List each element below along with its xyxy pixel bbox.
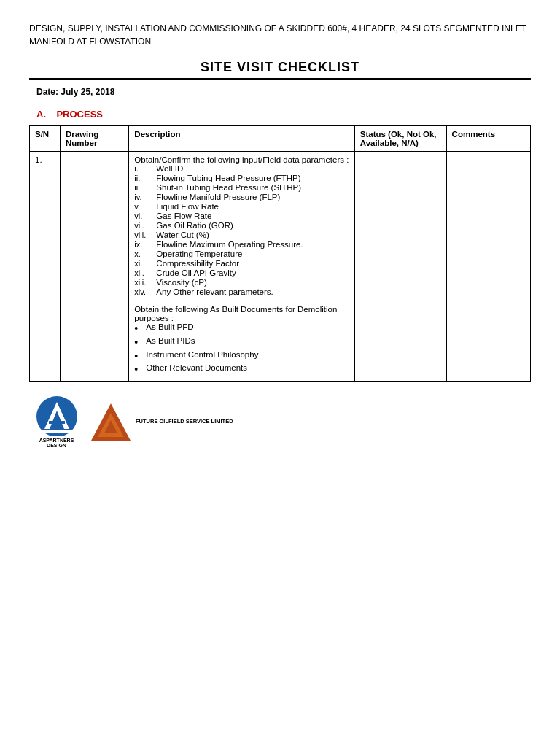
future-text: FUTURE OILFIELD SERVICE LIMITED: [136, 418, 233, 426]
cell-status-1: [354, 152, 446, 301]
cell-sn-2: [30, 301, 61, 382]
col-header-sn: S/N: [30, 126, 61, 152]
col-header-drawing: DrawingNumber: [60, 126, 128, 152]
aspartners-text: ASPARTNERSDESIGN: [39, 438, 74, 448]
list-item: iv.Flowline Manifold Pressure (FLP): [134, 193, 349, 201]
svg-rect-2: [49, 421, 65, 424]
aspartners-logo-icon: [31, 396, 82, 436]
date-label: Date:: [36, 87, 58, 97]
date-value: July 25, 2018: [61, 87, 114, 97]
header-title: DESIGN, SUPPLY, INSTALLATION AND COMMISS…: [29, 22, 531, 48]
section-a-header: A. PROCESS: [36, 109, 531, 120]
table-row: 1. Obtain/Confirm the following input/Fi…: [30, 152, 531, 301]
list-item: xii.Crude Oil API Gravity: [134, 268, 349, 277]
checklist-table: S/N DrawingNumber Description Status (Ok…: [29, 125, 531, 382]
cell-comments-1: [446, 152, 530, 301]
list-item: ix.Flowline Maximum Operating Pressure.: [134, 240, 349, 249]
section-a-label: A.: [36, 109, 46, 120]
cell-desc-1: Obtain/Confirm the following input/Field…: [129, 152, 354, 301]
list-item: xi.Compressibility Factor: [134, 259, 349, 268]
svg-rect-3: [37, 430, 77, 433]
list-item: v.Liquid Flow Rate: [134, 202, 349, 211]
section-a-title: PROCESS: [56, 109, 103, 120]
cell-drawing-1: [60, 152, 128, 301]
cell-comments-2: [446, 301, 530, 382]
list-item: x.Operating Temperature: [134, 249, 349, 258]
future-logo: FUTURE OILFIELD SERVICE LIMITED: [91, 402, 233, 442]
title-divider: [29, 78, 531, 80]
aspartners-logo: ASPARTNERSDESIGN: [29, 396, 84, 448]
desc-intro-1: Obtain/Confirm the following input/Field…: [134, 155, 349, 164]
col-header-description: Description: [129, 126, 354, 152]
list-item: xiii.Viscosity (cP): [134, 278, 349, 287]
cell-desc-2: Obtain the following As Built Documents …: [129, 301, 354, 382]
table-row: Obtain the following As Built Documents …: [30, 301, 531, 382]
list-item: xiv.Any Other relevant parameters.: [134, 287, 349, 296]
col-header-status: Status (Ok, Not Ok, Available, N/A): [354, 126, 446, 152]
cell-drawing-2: [60, 301, 128, 382]
list-item: vi.Gas Flow Rate: [134, 212, 349, 220]
page-container: DESIGN, SUPPLY, INSTALLATION AND COMMISS…: [0, 0, 560, 462]
desc-list-1: i.Well ID ii.Flowing Tubing Head Pressur…: [134, 164, 349, 296]
date-line: Date: July 25, 2018: [36, 87, 531, 97]
list-item: ii.Flowing Tubing Head Pressure (FTHP): [134, 174, 349, 182]
cell-status-2: [354, 301, 446, 382]
list-item: iii.Shut-in Tubing Head Pressure (SITHP): [134, 183, 349, 192]
list-item: •As Built PFD: [134, 322, 349, 335]
list-item: •Instrument Control Philosophy: [134, 350, 349, 363]
list-item: •Other Relevant Documents: [134, 363, 349, 376]
list-item: i.Well ID: [134, 164, 349, 173]
main-title: SITE VISIT CHECKLIST: [29, 60, 531, 75]
list-item: viii.Water Cut (%): [134, 231, 349, 239]
footer: ASPARTNERSDESIGN FUTURE OILFIELD SERVICE…: [29, 396, 531, 448]
bullet-list-2: •As Built PFD •As Built PIDs •Instrument…: [134, 322, 349, 376]
col-header-comments: Comments: [446, 126, 530, 152]
list-item: •As Built PIDs: [134, 336, 349, 349]
desc-intro-2: Obtain the following As Built Documents …: [134, 305, 349, 322]
cell-sn-1: 1.: [30, 152, 61, 301]
table-header-row: S/N DrawingNumber Description Status (Ok…: [30, 126, 531, 152]
list-item: vii.Gas Oil Ratio (GOR): [134, 221, 349, 230]
future-logo-icon: [91, 402, 131, 442]
